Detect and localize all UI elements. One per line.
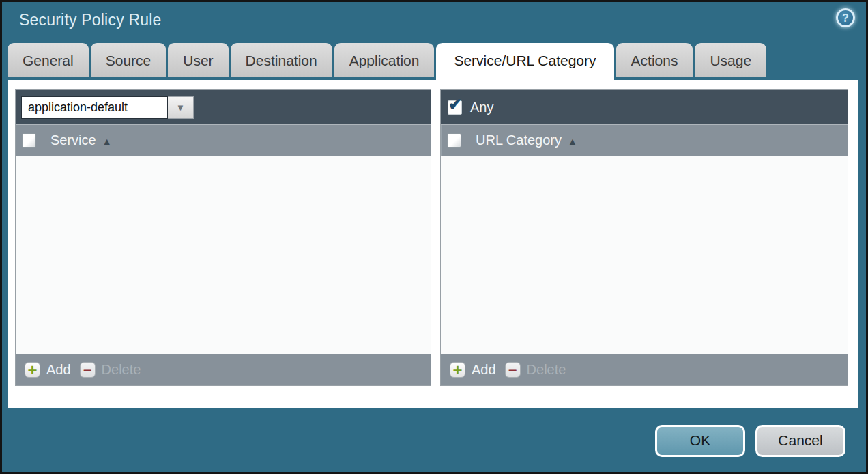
sort-ascending-icon[interactable]: ▲	[568, 135, 577, 147]
service-select-all-cell	[16, 125, 42, 156]
checkmark-icon: ✔	[448, 95, 462, 114]
delete-icon: −	[80, 362, 96, 378]
url-category-select-all-checkbox[interactable]	[447, 133, 461, 148]
any-checkbox-row: ✔ Any	[448, 100, 493, 115]
url-category-panel-footer: + Add − Delete	[441, 354, 848, 385]
service-table-body[interactable]	[16, 156, 431, 354]
dialog-title: Security Policy Rule	[19, 11, 162, 29]
service-type-dropdown[interactable]: application-default ▼	[21, 96, 194, 119]
tab-bar: General Source User Destination Applicat…	[8, 43, 766, 83]
add-icon: +	[25, 362, 40, 378]
dropdown-arrow-button[interactable]: ▼	[168, 96, 194, 119]
url-category-delete-button[interactable]: − Delete	[505, 362, 566, 378]
url-category-panel-header: ✔ Any	[441, 90, 848, 124]
add-button-label: Add	[472, 362, 496, 378]
delete-button-label: Delete	[527, 362, 566, 378]
url-category-select-all-cell	[441, 125, 467, 156]
service-panel-header: application-default ▼	[16, 90, 431, 124]
sort-ascending-icon[interactable]: ▲	[102, 135, 112, 147]
service-table-header: Service ▲	[16, 124, 431, 156]
tab-usage[interactable]: Usage	[695, 43, 766, 77]
delete-icon: −	[505, 362, 521, 378]
cancel-button[interactable]: Cancel	[755, 425, 845, 457]
tab-source[interactable]: Source	[91, 43, 167, 77]
tab-destination[interactable]: Destination	[231, 43, 332, 77]
url-category-table-body[interactable]	[441, 156, 848, 354]
tab-content-area: application-default ▼ Service ▲ + Add	[8, 80, 858, 408]
tab-general[interactable]: General	[8, 43, 89, 77]
url-category-column-label[interactable]: URL Category	[476, 133, 562, 148]
tab-actions[interactable]: Actions	[616, 43, 693, 77]
tab-service-url-category[interactable]: Service/URL Category	[436, 43, 613, 83]
service-column-label[interactable]: Service	[50, 133, 96, 148]
service-panel-footer: + Add − Delete	[16, 354, 431, 385]
service-add-button[interactable]: + Add	[25, 362, 71, 378]
service-delete-button[interactable]: − Delete	[80, 362, 141, 378]
security-policy-rule-dialog: Security Policy Rule ? General Source Us…	[0, 0, 868, 474]
service-panel: application-default ▼ Service ▲ + Add	[15, 89, 431, 386]
tab-user[interactable]: User	[168, 43, 228, 77]
url-category-table-header: URL Category ▲	[441, 124, 848, 156]
add-icon: +	[450, 362, 465, 378]
help-icon[interactable]: ?	[836, 8, 855, 27]
service-type-dropdown-value[interactable]: application-default	[21, 96, 168, 119]
chevron-down-icon: ▼	[176, 102, 185, 113]
delete-button-label: Delete	[102, 362, 141, 378]
service-select-all-checkbox[interactable]	[22, 133, 36, 148]
tab-application[interactable]: Application	[334, 43, 435, 77]
url-category-add-button[interactable]: + Add	[450, 362, 496, 378]
add-button-label: Add	[46, 362, 71, 378]
any-checkbox-label[interactable]: Any	[470, 100, 493, 115]
ok-button[interactable]: OK	[655, 425, 745, 457]
url-category-panel: ✔ Any URL Category ▲ + Add −	[440, 89, 848, 386]
any-checkbox[interactable]: ✔	[448, 100, 462, 115]
